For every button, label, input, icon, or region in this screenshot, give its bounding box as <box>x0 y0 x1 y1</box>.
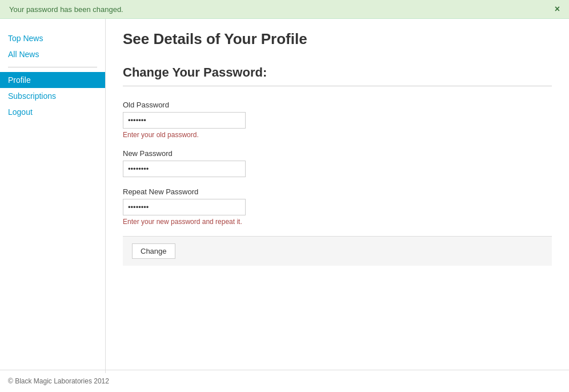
sidebar-divider <box>8 67 97 67</box>
sidebar-item-all-news[interactable]: All News <box>0 46 105 62</box>
form-actions: Change <box>123 236 552 266</box>
old-password-input[interactable] <box>123 112 246 129</box>
repeat-password-input[interactable] <box>123 199 246 215</box>
old-password-group: Old Password Enter your old password. <box>123 101 552 139</box>
sidebar-item-logout[interactable]: Logout <box>0 104 105 120</box>
old-password-label: Old Password <box>123 101 552 109</box>
layout: Top News All News Profile Subscriptions … <box>0 19 569 373</box>
old-password-hint: Enter your old password. <box>123 131 552 139</box>
page-title: See Details of Your Profile <box>123 30 552 48</box>
new-password-label: New Password <box>123 149 552 158</box>
banner-close-button[interactable]: × <box>555 5 560 14</box>
new-password-input[interactable] <box>123 161 246 177</box>
change-password-title: Change Your Password: <box>123 65 552 80</box>
sidebar-item-profile[interactable]: Profile <box>0 72 105 88</box>
main-content: See Details of Your Profile Change Your … <box>106 19 569 373</box>
footer: © Black Magic Laboratories 2012 <box>0 370 569 392</box>
sidebar-item-top-news[interactable]: Top News <box>0 30 105 46</box>
new-password-group: New Password <box>123 149 552 177</box>
repeat-password-hint: Enter your new password and repeat it. <box>123 218 552 226</box>
success-banner: Your password has been changed. × <box>0 0 569 19</box>
change-button[interactable]: Change <box>132 243 175 259</box>
sidebar-item-subscriptions[interactable]: Subscriptions <box>0 88 105 104</box>
footer-text: © Black Magic Laboratories 2012 <box>8 377 109 385</box>
repeat-password-label: Repeat New Password <box>123 187 552 196</box>
repeat-password-group: Repeat New Password Enter your new passw… <box>123 187 552 226</box>
banner-message: Your password has been changed. <box>9 5 123 14</box>
sidebar: Top News All News Profile Subscriptions … <box>0 19 106 373</box>
section-divider <box>123 86 552 86</box>
